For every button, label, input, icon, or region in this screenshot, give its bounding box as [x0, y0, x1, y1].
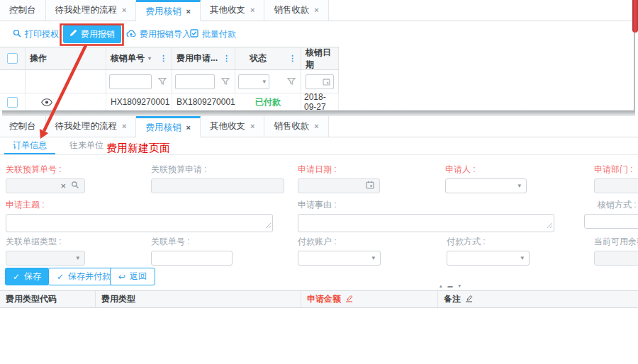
tab-expense-verify[interactable]: 费用核销×	[136, 0, 200, 21]
funnel-icon[interactable]	[285, 74, 298, 89]
top-tab-bar: 控制台 待我处理的流程× 费用核销× 其他收支× 销售收款×	[0, 0, 638, 21]
budget-no-input[interactable]: ×	[6, 178, 85, 193]
funnel-icon[interactable]	[156, 74, 169, 89]
chevron-down-icon: ▾	[517, 183, 521, 189]
close-icon[interactable]: ×	[314, 123, 318, 130]
close-icon[interactable]: ×	[186, 124, 190, 132]
field-label: 申请事由 :	[298, 199, 554, 211]
apply-date-input[interactable]	[298, 178, 380, 193]
field-budget-req: 关联预算申请 :	[151, 164, 284, 193]
row-checkbox[interactable]	[7, 97, 18, 108]
grid-filter-row: ▾	[0, 70, 339, 93]
column-menu-icon[interactable]: ⋮	[289, 54, 296, 63]
field-label: 关联单据类型 :	[6, 236, 85, 248]
pay-method-select[interactable]: ▾	[447, 251, 530, 266]
grid-column-control[interactable]: ▴ ▬ ▾	[440, 283, 463, 289]
tab-other-income[interactable]: 其他收支×	[201, 116, 264, 137]
expense-req-value: BX1809270001	[177, 97, 235, 107]
field-label: 申请日期 :	[298, 164, 380, 176]
tab-expense-verify[interactable]: 费用核销×	[136, 116, 200, 137]
tab-sales-receipt[interactable]: 销售收款×	[264, 0, 328, 21]
related-doc-type-select[interactable]: ▾	[6, 251, 85, 266]
chevron-down-icon: ▾	[262, 79, 266, 85]
resize-handle[interactable]	[265, 221, 272, 231]
subtab-order-info[interactable]: 订单信息	[4, 137, 55, 154]
related-doc-no-input[interactable]	[151, 251, 233, 266]
grid-header-row: 操作 核销单号▾⋮ 费用申请...⋮ 状态⋮ 核销日期	[0, 47, 339, 70]
status-filter-select[interactable]: ▾	[238, 74, 269, 89]
close-icon[interactable]: ×	[250, 123, 254, 130]
tab-label: 销售收款	[274, 4, 309, 16]
tab-label: 其他收支	[210, 120, 245, 132]
tab-label: 待我处理的流程	[55, 120, 118, 132]
row-op-cell	[26, 93, 106, 110]
print-auth-label: 打印授权	[25, 28, 59, 40]
filter-expense-req	[172, 70, 235, 93]
save-and-pay-button[interactable]: ✓保存并付款	[48, 268, 119, 285]
header-verify-no[interactable]: 核销单号▾⋮	[106, 47, 172, 69]
apply-dept-input[interactable]	[594, 178, 638, 193]
tab-other-income[interactable]: 其他收支×	[201, 0, 264, 21]
budget-req-input[interactable]	[151, 178, 284, 193]
pay-account-select[interactable]: ▾	[298, 251, 381, 266]
apply-reason-textarea[interactable]	[298, 214, 554, 232]
funnel-icon[interactable]	[219, 74, 232, 89]
tab-sales-receipt[interactable]: 销售收款×	[264, 116, 328, 137]
close-icon[interactable]: ×	[122, 123, 126, 130]
field-label: 付款账户 :	[298, 236, 381, 248]
field-label: 申请部门 :	[594, 164, 638, 176]
verify-method-input[interactable]	[584, 214, 638, 229]
magnifier-icon	[13, 29, 21, 40]
applicant-select[interactable]: ▾	[445, 178, 527, 193]
row-select-cell	[0, 93, 26, 110]
header-status[interactable]: 状态⋮	[235, 47, 301, 69]
batch-pay-button[interactable]: 批量付款	[190, 21, 236, 47]
tab-label: 控制台	[9, 120, 36, 132]
edit-icon[interactable]	[465, 295, 473, 305]
tab-pending-flows[interactable]: 待我处理的流程×	[46, 0, 137, 21]
header-label: 核销单号	[111, 52, 145, 64]
subtab-counterpart[interactable]: 往来单位	[61, 137, 112, 154]
header-expense-req[interactable]: 费用申请...⋮	[172, 47, 235, 69]
column-menu-icon[interactable]: ⋮	[223, 54, 230, 63]
bottom-tab-bar: 控制台 待我处理的流程× 费用核销× 其他收支× 销售收款×	[0, 116, 638, 137]
header-label: 费用类型代码	[6, 293, 57, 305]
tab-label: 费用核销	[145, 122, 181, 134]
sort-desc-icon: ▾	[148, 55, 151, 62]
back-button[interactable]: ↩返回	[110, 268, 155, 285]
tab-console[interactable]: 控制台	[0, 0, 46, 21]
field-available-balance: 当前可用余额 :	[594, 236, 638, 266]
calendar-icon[interactable]	[366, 181, 374, 191]
resize-handle[interactable]	[547, 221, 553, 231]
view-eye-icon[interactable]	[41, 98, 52, 106]
verify-no-filter-input[interactable]	[109, 74, 152, 89]
toolbar: 打印授权 费用报销 费用报销导入 批量付款	[0, 21, 638, 47]
expense-claim-button[interactable]: 费用报销	[63, 25, 121, 43]
available-balance-input[interactable]	[594, 251, 638, 266]
expense-import-button[interactable]: 费用报销导入	[126, 21, 191, 47]
checked-box-icon	[190, 29, 198, 40]
apply-subject-textarea[interactable]	[6, 214, 273, 232]
header-label: 申请金额	[307, 293, 341, 305]
field-budget-no: 关联预算单号 : ×	[6, 164, 85, 193]
edit-icon[interactable]	[345, 295, 353, 305]
search-icon[interactable]	[71, 181, 79, 191]
close-icon[interactable]: ×	[250, 6, 254, 14]
tab-pending-flows[interactable]: 待我处理的流程×	[46, 116, 137, 137]
table-row[interactable]: HX1809270001 BX1809270001 已付款 2018-09-27	[0, 93, 339, 111]
close-icon[interactable]: ×	[314, 6, 318, 14]
tab-console[interactable]: 控制台	[0, 116, 46, 137]
save-button[interactable]: ✓保存	[5, 268, 49, 285]
check-icon: ✓	[57, 273, 64, 281]
clear-icon[interactable]: ×	[60, 181, 66, 190]
verify-date-filter-input[interactable]	[306, 74, 334, 89]
close-icon[interactable]: ×	[186, 8, 190, 16]
expense-req-filter-input[interactable]	[175, 74, 215, 89]
print-auth-button[interactable]: 打印授权	[13, 21, 59, 47]
select-all-checkbox[interactable]	[7, 53, 18, 64]
header-verify-date[interactable]: 核销日期	[301, 47, 339, 69]
field-label: 当前可用余额 :	[594, 236, 638, 248]
column-menu-icon[interactable]: ⋮	[160, 54, 167, 63]
header-label: 核销日期	[306, 47, 334, 71]
close-icon[interactable]: ×	[122, 6, 126, 14]
